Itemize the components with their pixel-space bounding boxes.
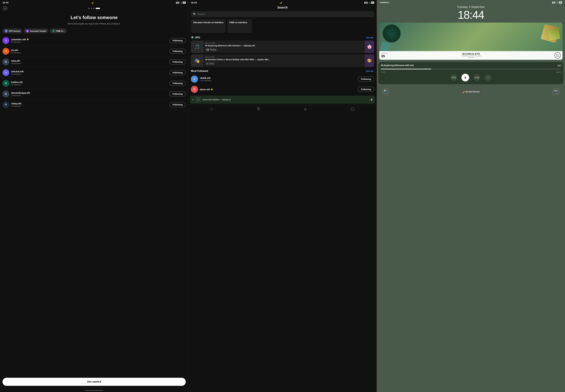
user-avatar: N (2, 48, 9, 55)
user-row: Uufoclub.eth53 followersFollowing (2, 67, 186, 78)
art-circle (382, 24, 401, 43)
fwb-tab-icon: 🐻 (52, 29, 55, 32)
nav-search-icon[interactable]: ⌕ (304, 107, 306, 111)
filter-tab-farcaster[interactable]: 🏠 Farcaster friends (24, 28, 48, 33)
following-button[interactable]: Following (169, 91, 186, 97)
quick-cards: Farcaster friends on Interface FWB on In… (188, 19, 377, 35)
podcast-title-2: 34 Onchain Culture x Nouns Builder with … (205, 58, 361, 61)
following-button[interactable]: Following (169, 38, 186, 43)
following-button[interactable]: Following (169, 70, 186, 75)
back-button[interactable]: ‹ (2, 6, 8, 11)
do-not-disturb-button[interactable]: 🌙 Do Not Disturb (459, 89, 482, 95)
skip-forward-icon: ↻15 (475, 76, 479, 79)
moon-icon: 🌙 (91, 1, 94, 4)
user-row: Rreka.eth59 followersFollowing (2, 57, 186, 67)
user-followers: 14 followers (11, 105, 169, 107)
ufo-section-title: UFO (195, 36, 200, 39)
camera-button[interactable]: 📷 (552, 88, 560, 96)
album-show-title: WIJUWIJU.ETH (461, 53, 481, 55)
following-button[interactable]: Following (169, 59, 186, 65)
dame-info: dame.eth ⭐ (200, 88, 358, 91)
art-shape2 (548, 28, 560, 41)
user-followers: 80 followers (11, 41, 169, 43)
podcast-title-1: 35 Exploring Ethereum with Interface — w… (205, 44, 361, 47)
lock-bottom-icons: 🔦 🌙 Do Not Disturb 📷 (377, 86, 565, 98)
dots-nav (8, 8, 180, 9)
lock-wifi-icon: ▲ (556, 1, 558, 3)
nav-profile-icon[interactable]: ◯ (351, 107, 355, 111)
followed-user-dame: D dame.eth ⭐ Following (188, 84, 377, 95)
podcast-info-1: Aug 10, 2023 35 Exploring Ethereum with … (205, 41, 363, 53)
most-followed-title: Most Followed (191, 70, 208, 72)
vitalik-name: vitalik.eth (200, 77, 358, 79)
ufo-section-header: 🛸 UFO See all › (188, 35, 377, 41)
torch-button[interactable]: 🔦 (382, 88, 390, 96)
nav-home-icon[interactable]: ⌂ (210, 107, 213, 111)
quick-card-fwb[interactable]: FWB on Interface (227, 19, 252, 33)
user-name: nir.eth (11, 49, 169, 51)
status-bar-2: 18:44 🌙 ▌▌▌ ▲ 64 (188, 0, 377, 4)
np-progress-bar[interactable] (381, 69, 561, 69)
skip-forward-button[interactable]: ↻15 (473, 74, 480, 81)
get-started-button[interactable]: Get started (2, 378, 186, 386)
podcast-action-2[interactable]: ▶ 1h 8m (205, 62, 215, 65)
ufo-title-row: 🛸 UFO (191, 36, 200, 39)
following-button[interactable]: Following (169, 81, 186, 86)
screen-lockscreen: vodafone ↑ ▌▌▌ ▲ 64 Tuesday, 5 September… (377, 0, 565, 392)
wave-bar-3 (559, 65, 559, 66)
user-info: ufoclub.eth53 followers (11, 70, 169, 75)
ufo-see-all[interactable]: See all › (366, 36, 374, 39)
quick-card-farcaster[interactable]: Farcaster friends on Interface (191, 19, 226, 33)
podcast-action-1[interactable]: ▌▌ Playing (205, 48, 218, 51)
fwb-tab-label: FWB fri... (56, 30, 65, 32)
carrier-label: vodafone ↑ (380, 1, 390, 3)
podcast-info-2: Aug 4, 2023 34 Onchain Culture x Nouns B… (205, 55, 363, 67)
pause-button[interactable]: ⏸ (461, 74, 469, 82)
user-list: Ssammdec.eth⭐80 followersFollowingNnir.e… (0, 35, 188, 376)
podcast-card-2[interactable]: 🎭 Aug 4, 2023 34 Onchain Culture x Nouns… (191, 55, 374, 67)
podcast-card-1[interactable]: 🎵 Aug 10, 2023 35 Exploring Ethereum wit… (191, 41, 374, 53)
user-avatar: S (2, 37, 9, 44)
search-bar[interactable]: 🔍 (191, 11, 374, 17)
playing-bars-icon: ▌▌ (207, 49, 209, 51)
search-input[interactable] (197, 13, 372, 16)
lock-status-icons: ▌▌▌ ▲ 64 (552, 1, 562, 3)
airplay-button[interactable]: ⌗ (485, 74, 492, 81)
mini-player-close[interactable]: ✕ (192, 98, 194, 101)
search-icon: 🔍 (193, 13, 196, 16)
user-avatar: U (2, 69, 9, 76)
home-indicator-3 (462, 98, 480, 99)
most-followed-see-all[interactable]: See all › (366, 70, 374, 72)
user-name: reka.eth (11, 59, 169, 62)
wifi-icon-2: ▲ (369, 2, 371, 3)
episode-number: 35 (381, 54, 388, 58)
dame-following-btn[interactable]: Following (358, 87, 374, 92)
np-elapsed: 21:57 (381, 71, 385, 73)
mini-player-pause[interactable]: ⏸ (370, 98, 373, 101)
signal-icon-2: ▌▌▌ (364, 2, 368, 3)
user-info: nir.eth68 followers (11, 49, 169, 54)
home-indicator-1 (85, 390, 103, 391)
np-progress-fill (381, 69, 431, 69)
user-avatar: R (2, 101, 9, 108)
podcast-action-label-1: Playing (210, 49, 216, 51)
nav-list-icon[interactable]: ☰ (257, 107, 260, 111)
filter-tab-ufo[interactable]: 🛸 UFO Guests (2, 28, 22, 33)
dnd-label: Do Not Disturb (466, 91, 480, 93)
user-info: hollins.eth26 followers (11, 81, 169, 86)
torch-icon: 🔦 (384, 90, 388, 94)
skip-back-button[interactable]: ↺15 (450, 74, 457, 81)
ufo-tab-icon: 🛸 (5, 29, 8, 32)
following-button[interactable]: Following (169, 102, 186, 107)
following-button[interactable]: Following (169, 49, 186, 54)
filter-tab-fwb[interactable]: 🐻 FWB fri... (50, 28, 67, 33)
now-playing-card: 35 Exploring Ethereum with Inte 21:57 -5… (378, 62, 564, 84)
vitalik-following-btn[interactable]: Following (358, 76, 374, 82)
podcast-right-thumb-2: 🎨 (365, 55, 374, 67)
dame-star: ⭐ (211, 88, 213, 90)
pause-icon: ⏸ (464, 76, 467, 79)
bottom-nav: ⌂ ☰ ⌕ ◯ (188, 105, 377, 114)
get-started-bar: Get started (0, 376, 188, 390)
lock-signal-icon: ▌▌▌ (552, 1, 556, 3)
wave-bar-4 (560, 65, 560, 67)
